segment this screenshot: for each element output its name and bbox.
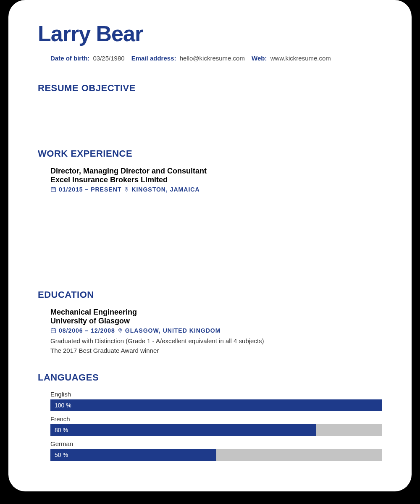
objective-heading: RESUME OBJECTIVE (38, 83, 382, 94)
location-icon (118, 328, 123, 333)
language-bar: 100 % (50, 399, 382, 411)
education-school: University of Glasgow (50, 317, 382, 326)
work-title: Director, Managing Director and Consulta… (50, 167, 382, 176)
section-languages: LANGUAGES English 100 % French 80 % Germ… (38, 372, 382, 461)
work-meta: 01/2015 – present KINGSTON, JAMAICA (50, 186, 382, 193)
education-entry: Mechanical Engineering University of Gla… (50, 308, 382, 355)
email-label: Email address: (131, 55, 176, 62)
calendar-icon (50, 328, 56, 333)
svg-rect-5 (51, 329, 56, 333)
education-dates: 08/2006 – 12/2008 (59, 327, 115, 334)
education-title: Mechanical Engineering (50, 308, 382, 317)
language-item: French 80 % (50, 415, 382, 436)
language-fill: 50 % (50, 449, 216, 461)
applicant-name: Larry Bear (38, 21, 382, 46)
languages-list: English 100 % French 80 % German 50 % (50, 391, 382, 461)
dob-label: Date of birth: (50, 55, 89, 62)
education-meta: 08/2006 – 12/2008 GLASGOW, UNITED KINGDO… (50, 327, 382, 334)
dob-value: 03/25/1980 (93, 55, 125, 62)
work-dates: 01/2015 – present (59, 186, 121, 193)
svg-point-4 (126, 188, 127, 189)
work-heading: WORK EXPERIENCE (38, 148, 382, 159)
education-desc-line: The 2017 Best Graduate Award winner (50, 346, 382, 356)
web-value: www.kickresume.com (270, 55, 331, 62)
language-name: French (50, 415, 382, 423)
resume-page: Larry Bear Date of birth: 03/25/1980 Ema… (8, 0, 412, 491)
languages-heading: LANGUAGES (38, 372, 382, 383)
language-item: English 100 % (50, 391, 382, 411)
language-name: English (50, 391, 382, 398)
work-location: KINGSTON, JAMAICA (131, 186, 200, 193)
section-work: WORK EXPERIENCE Director, Managing Direc… (38, 148, 382, 193)
education-desc: Graduated with Distinction (Grade 1 - A/… (50, 336, 382, 355)
education-desc-line: Graduated with Distinction (Grade 1 - A/… (50, 336, 382, 346)
location-icon (124, 186, 129, 192)
email-value: hello@kickresume.com (180, 55, 245, 62)
education-location: GLASGOW, UNITED KINGDOM (125, 327, 221, 334)
work-company: Excel Insurance Brokers Limited (50, 176, 382, 184)
language-item: German 50 % (50, 440, 382, 461)
language-bar: 80 % (50, 424, 382, 436)
calendar-icon (50, 186, 56, 192)
web-label: Web: (252, 55, 267, 62)
language-fill: 100 % (50, 399, 382, 411)
language-name: German (50, 440, 382, 447)
svg-rect-0 (51, 188, 56, 192)
section-objective: RESUME OBJECTIVE (38, 83, 382, 94)
work-entry: Director, Managing Director and Consulta… (50, 167, 382, 193)
contact-line: Date of birth: 03/25/1980 Email address:… (50, 55, 382, 62)
language-fill: 80 % (50, 424, 316, 436)
svg-point-9 (120, 329, 121, 331)
section-education: EDUCATION Mechanical Engineering Univers… (38, 289, 382, 355)
education-heading: EDUCATION (38, 289, 382, 300)
language-bar: 50 % (50, 449, 382, 461)
